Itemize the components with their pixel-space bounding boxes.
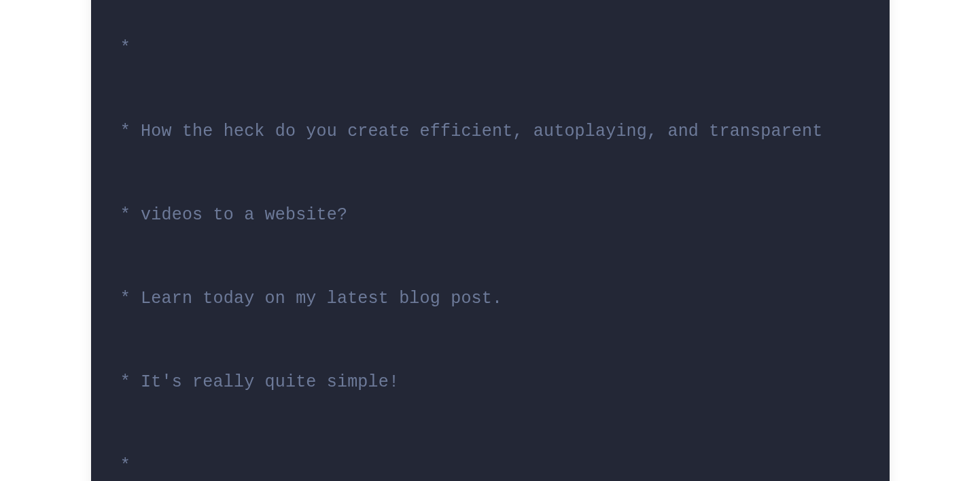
code-line: * videos to a website?: [110, 201, 871, 229]
code-window: /* * * How the heck do you create effici…: [91, 0, 890, 481]
code-line: *: [110, 34, 871, 62]
code-block: /* * * How the heck do you create effici…: [110, 0, 871, 481]
code-line: *: [110, 452, 871, 480]
code-line: * Learn today on my latest blog post.: [110, 285, 871, 313]
code-line: * It's really quite simple!: [110, 368, 871, 396]
code-line: * How the heck do you create efficient, …: [110, 118, 871, 145]
